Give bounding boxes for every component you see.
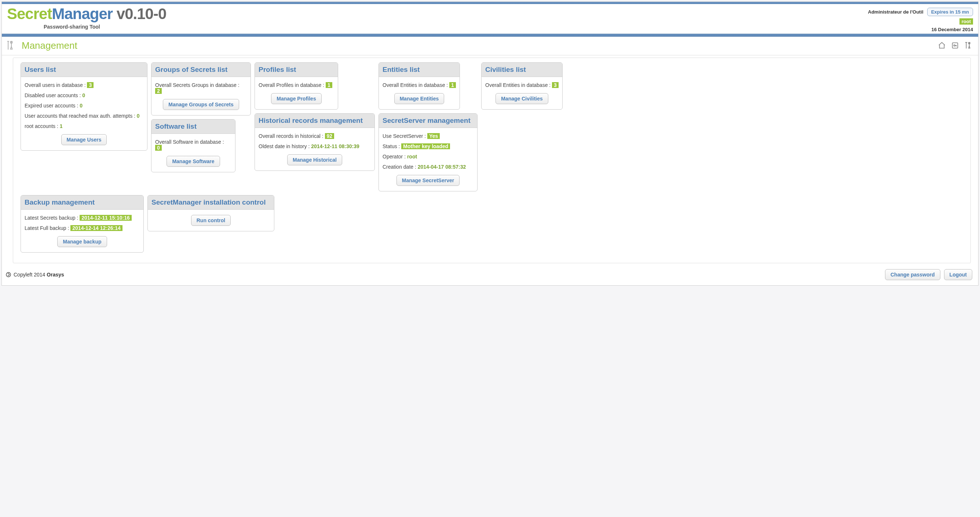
home-icon[interactable] <box>937 41 947 50</box>
ss-status-label: Status : <box>383 143 401 149</box>
logout-button[interactable]: Logout <box>944 269 972 280</box>
ss-use-label: Use SecretServer : <box>383 133 427 139</box>
users-root-label: root accounts : <box>25 123 60 129</box>
backup-full-label: Latest Full backup : <box>25 225 70 231</box>
section-title: Management <box>22 40 77 51</box>
users-expired-label: Expired user accounts : <box>25 103 80 108</box>
hist-oldest-label: Oldest date in history : <box>259 143 311 149</box>
key-icon[interactable] <box>950 41 960 50</box>
session-expires-button[interactable]: Expires in 15 mn <box>927 8 973 16</box>
footer: Copyleft 2014 Orasys Change password Log… <box>2 266 978 285</box>
card-users-title: Users list <box>25 66 56 73</box>
header-date: 16 December 2014 <box>868 27 974 32</box>
logo-subtitle: Password-sharing Tool <box>7 24 166 30</box>
card-secretserver-title: SecretServer management <box>383 116 471 124</box>
civilities-overall-value: 3 <box>552 82 558 88</box>
card-entities: Entities list Overall Entities in databa… <box>379 62 460 110</box>
card-software: Software list Overall Software in databa… <box>151 119 235 172</box>
card-software-title: Software list <box>155 122 197 130</box>
users-disabled-value: 0 <box>82 92 85 98</box>
hist-oldest-value: 2014-12-11 08:30:39 <box>311 143 360 149</box>
header: SecretManager v0.10-0 Password-sharing T… <box>2 4 978 34</box>
card-groups-title: Groups of Secrets list <box>155 66 228 73</box>
root-badge: root <box>959 18 973 25</box>
card-install-title: SecretManager installation control <box>151 198 266 206</box>
logo-secret: Secret <box>7 5 52 22</box>
card-civilities-title: Civilities list <box>485 66 526 73</box>
users-overall-label: Overall users in database : <box>25 82 87 88</box>
card-groups: Groups of Secrets list Overall Secrets G… <box>151 62 251 116</box>
section-bar: Management <box>2 37 978 56</box>
ss-creation-label: Creation date : <box>383 164 418 170</box>
card-historical: Historical records management Overall re… <box>255 113 375 171</box>
users-maxauth-label: User accounts that reached max auth. att… <box>25 113 137 119</box>
ss-use-value: Yes <box>427 133 440 139</box>
civilities-overall-label: Overall Entities in database : <box>485 82 552 88</box>
ss-operator-value: root <box>407 154 417 159</box>
hist-records-value: 92 <box>325 133 334 139</box>
users-expired-value: 0 <box>80 103 83 108</box>
hist-records-label: Overall records in historical : <box>259 133 325 139</box>
profiles-overall-label: Overall Profiles in database : <box>259 82 326 88</box>
card-profiles: Profiles list Overall Profiles in databa… <box>255 62 338 110</box>
manage-backup-button[interactable]: Manage backup <box>57 236 107 247</box>
footer-brand: Orasys <box>46 272 64 278</box>
users-maxauth-value: 0 <box>137 113 140 119</box>
backup-full-value: 2014-12-14 12:26:14 <box>70 225 123 231</box>
run-control-button[interactable]: Run control <box>191 215 231 226</box>
groups-overall-label: Overall Secrets Groups in database : <box>155 82 240 88</box>
logo-manager: Manager <box>52 5 113 22</box>
ss-operator-label: Operator : <box>383 154 407 159</box>
svg-point-4 <box>6 272 11 277</box>
manage-civilities-button[interactable]: Manage Civilities <box>495 93 548 104</box>
backup-secrets-value: 2014-12-11 15:10:16 <box>80 215 132 221</box>
settings-icon[interactable] <box>964 41 973 50</box>
card-profiles-title: Profiles list <box>259 66 296 73</box>
manage-secretserver-button[interactable]: Manage SecretServer <box>396 175 460 186</box>
users-root-value: 1 <box>60 123 63 129</box>
software-overall-label: Overall Software in database : <box>155 139 224 145</box>
card-secretserver: SecretServer management Use SecretServer… <box>379 113 477 191</box>
card-entities-title: Entities list <box>383 66 420 73</box>
users-disabled-label: Disabled user accounts : <box>25 92 82 98</box>
change-password-button[interactable]: Change password <box>885 269 940 280</box>
manage-historical-button[interactable]: Manage Historical <box>287 154 342 165</box>
backup-secrets-label: Latest Secrets backup : <box>25 215 80 221</box>
footer-copyleft: Copyleft 2014 <box>14 272 46 278</box>
ss-creation-value: 2014-04-17 08:57:32 <box>418 164 466 170</box>
manage-groups-button[interactable]: Manage Groups of Secrets <box>163 99 239 110</box>
current-user: Administrateur de l'Outil <box>868 9 924 15</box>
logo: SecretManager v0.10-0 Password-sharing T… <box>7 5 166 32</box>
entities-overall-label: Overall Entities in database : <box>383 82 449 88</box>
profiles-overall-value: 1 <box>326 82 332 88</box>
copyleft-icon <box>5 272 11 278</box>
card-civilities: Civilities list Overall Entities in data… <box>481 62 563 110</box>
svg-point-2 <box>954 45 955 46</box>
manage-profiles-button[interactable]: Manage Profiles <box>271 93 321 104</box>
content-area: Users list Overall users in database : 3… <box>13 57 971 263</box>
card-historical-title: Historical records management <box>259 116 363 124</box>
ss-status-value: Mother key loaded <box>401 143 450 149</box>
logo-version: v0.10-0 <box>113 5 166 22</box>
card-install: SecretManager installation control Run c… <box>148 195 274 231</box>
manage-entities-button[interactable]: Manage Entities <box>394 93 444 104</box>
software-overall-value: 0 <box>155 145 162 151</box>
manage-users-button[interactable]: Manage Users <box>61 134 107 145</box>
card-users: Users list Overall users in database : 3… <box>21 62 148 151</box>
card-backup-title: Backup management <box>25 198 95 206</box>
users-overall-value: 3 <box>87 82 94 88</box>
manage-software-button[interactable]: Manage Software <box>167 156 220 167</box>
groups-overall-value: 2 <box>155 88 162 94</box>
tools-icon <box>5 40 17 51</box>
entities-overall-value: 1 <box>449 82 456 88</box>
card-backup: Backup management Latest Secrets backup … <box>21 195 144 253</box>
